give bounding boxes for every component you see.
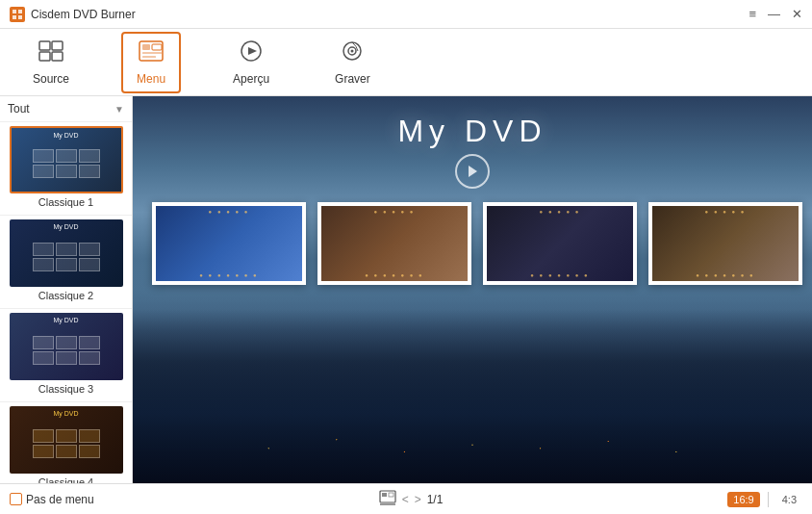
filter-label: Tout <box>8 102 30 116</box>
svg-rect-0 <box>13 10 16 13</box>
video-thumb-3[interactable]: ● ● ● ● ● ● ● ● ● ● ● ● <box>483 202 637 285</box>
thumb-inner-4: ● ● ● ● ● ● ● ● ● ● ● ● <box>652 206 799 281</box>
dvd-title: My DVD <box>133 114 812 149</box>
svg-rect-1 <box>18 10 22 13</box>
classique1-label: Classique 1 <box>38 193 93 211</box>
thumb-inner-2: ● ● ● ● ● ● ● ● ● ● ● ● <box>321 206 468 281</box>
svg-point-17 <box>351 49 354 52</box>
thumb-bg-3: My DVD <box>10 313 123 380</box>
bottom-bar: Pas de menu < > 1/1 16:9 4:3 <box>0 483 812 514</box>
window-controls: ≡ — ✕ <box>749 7 802 21</box>
svg-rect-21 <box>389 493 393 497</box>
svg-rect-7 <box>52 52 63 61</box>
title-bar: Cisdem DVD Burner ≡ — ✕ <box>0 0 812 29</box>
svg-rect-3 <box>18 15 22 19</box>
video-thumb-4[interactable]: ● ● ● ● ● ● ● ● ● ● ● ● <box>648 202 802 285</box>
graver-icon <box>339 39 366 68</box>
sidebar-filter[interactable]: Tout ▼ <box>0 96 132 122</box>
thumb-bg-1: My DVD <box>12 128 121 192</box>
thumb-wrap-4: My DVD <box>10 406 123 474</box>
content-area: My DVD ● ● ● ● ● ● ● ● ● ● ● ● ● ● ● ● ● <box>133 96 812 483</box>
app-title: Cisdem DVD Burner <box>31 8 136 21</box>
graver-label: Graver <box>335 72 370 86</box>
svg-rect-10 <box>152 44 162 50</box>
prev-arrow-icon[interactable]: < <box>402 493 409 506</box>
apercu-label: Aperçu <box>233 72 269 86</box>
source-icon <box>38 39 64 68</box>
thumb-bg-2: My DVD <box>10 219 123 287</box>
filter-arrow-icon: ▼ <box>114 104 124 115</box>
aspect-16-9[interactable]: 16:9 <box>727 492 759 507</box>
svg-rect-6 <box>39 52 50 61</box>
svg-rect-20 <box>382 493 387 497</box>
dvd-preview: My DVD ● ● ● ● ● ● ● ● ● ● ● ● ● ● ● ● ● <box>133 96 812 483</box>
classique3-label: Classique 3 <box>38 380 93 398</box>
sidebar-item-classique1[interactable]: My DVD Classique 1 <box>0 122 132 216</box>
bottom-left: Pas de menu <box>10 493 94 506</box>
sidebar-item-classique3[interactable]: My DVD Classique 3 <box>0 309 132 402</box>
video-thumbs: ● ● ● ● ● ● ● ● ● ● ● ● ● ● ● ● ● ● ● ● … <box>152 202 802 285</box>
sidebar-item-classique2[interactable]: My DVD Classique 2 <box>0 216 132 309</box>
no-menu-checkbox[interactable] <box>10 493 22 505</box>
toolbar-source[interactable]: Source <box>19 34 83 91</box>
menu-tb-icon <box>138 39 165 68</box>
title-bar-left: Cisdem DVD Burner <box>10 7 136 22</box>
svg-rect-4 <box>39 41 50 50</box>
video-thumb-1[interactable]: ● ● ● ● ● ● ● ● ● ● ● ● <box>152 202 306 285</box>
menu-icon[interactable]: ≡ <box>749 7 756 21</box>
no-menu-label: Pas de menu <box>26 493 94 506</box>
next-arrow-icon[interactable]: > <box>415 493 421 506</box>
city-lights <box>133 309 812 483</box>
sidebar-item-classique4[interactable]: My DVD Classique 4 <box>0 402 132 483</box>
svg-rect-2 <box>13 15 16 19</box>
thumb-wrap-1: My DVD <box>10 126 123 193</box>
minimize-icon[interactable]: — <box>768 7 780 21</box>
bottom-right: 16:9 4:3 <box>727 492 802 507</box>
close-icon[interactable]: ✕ <box>792 7 802 21</box>
svg-rect-11 <box>142 52 162 54</box>
play-button[interactable] <box>455 154 490 189</box>
page-icon[interactable] <box>379 490 396 508</box>
svg-rect-5 <box>52 41 63 50</box>
thumb-bg-4: My DVD <box>10 406 123 474</box>
video-thumb-2[interactable]: ● ● ● ● ● ● ● ● ● ● ● ● <box>317 202 471 285</box>
toolbar-graver[interactable]: Graver <box>321 34 384 91</box>
thumb-wrap-2: My DVD <box>10 219 123 287</box>
thumb-wrap-3: My DVD <box>10 313 123 380</box>
apercu-icon <box>238 39 265 68</box>
svg-rect-12 <box>142 56 156 58</box>
classique4-label: Classique 4 <box>38 474 93 483</box>
aspect-4-3[interactable]: 4:3 <box>776 492 802 507</box>
aspect-separator <box>768 492 769 507</box>
toolbar: Source Menu Aperçu <box>0 29 812 96</box>
menu-label: Menu <box>137 72 165 86</box>
classique2-label: Classique 2 <box>38 287 93 304</box>
main-area: Tout ▼ My DVD Classique 1 <box>0 96 812 483</box>
page-info: 1/1 <box>427 493 444 506</box>
no-menu-check[interactable]: Pas de menu <box>10 493 94 506</box>
bottom-center: < > 1/1 <box>379 490 444 508</box>
thumb-inner-1: ● ● ● ● ● ● ● ● ● ● ● ● <box>156 206 302 281</box>
toolbar-menu[interactable]: Menu <box>121 32 181 93</box>
svg-marker-14 <box>248 47 257 55</box>
source-label: Source <box>33 72 69 86</box>
sidebar: Tout ▼ My DVD Classique 1 <box>0 96 133 483</box>
app-icon <box>10 7 25 22</box>
toolbar-apercu[interactable]: Aperçu <box>219 34 283 91</box>
thumb-inner-3: ● ● ● ● ● ● ● ● ● ● ● ● <box>487 206 633 281</box>
svg-rect-9 <box>142 44 150 50</box>
svg-marker-18 <box>469 166 477 177</box>
